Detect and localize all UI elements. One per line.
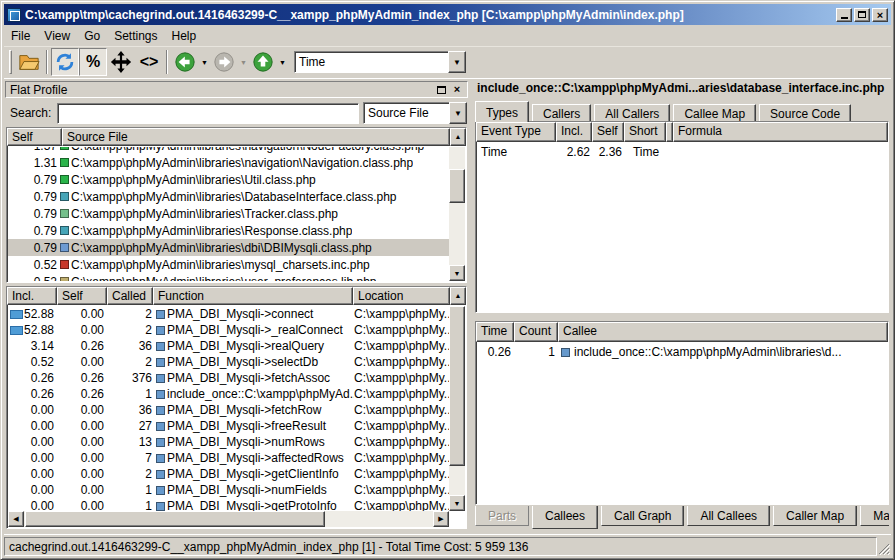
scrollbar-thumb[interactable]: [449, 306, 465, 466]
dock-close-button[interactable]: ×: [451, 84, 463, 95]
tab-parts[interactable]: Parts: [475, 506, 529, 526]
tab-all-callers[interactable]: All Callers: [594, 104, 670, 122]
column-header-callee[interactable]: Callee: [558, 322, 888, 342]
back-button[interactable]: [171, 48, 199, 76]
menu-item-view[interactable]: View: [37, 27, 77, 45]
function-row[interactable]: 0.000.0036PMA_DBI_Mysqli->fetchRowC:\xam…: [8, 402, 449, 418]
column-header-incl[interactable]: Incl.: [7, 287, 57, 305]
column-header-source-file[interactable]: Source File: [62, 128, 450, 146]
forward-button[interactable]: [210, 48, 238, 76]
function-row[interactable]: 0.000.001PMA_DBI_Mysqli->getProtoInfoC:\…: [8, 498, 449, 511]
group-by-selector[interactable]: Source File ▼: [363, 102, 467, 124]
open-file-button[interactable]: [15, 48, 43, 76]
scroll-up-icon[interactable]: ▲: [450, 287, 466, 305]
event-type-dropdown-button[interactable]: ▼: [448, 51, 466, 73]
function-name: PMA_DBI_Mysqli->selectDb: [167, 355, 318, 369]
scroll-down-icon[interactable]: ▼: [449, 495, 465, 511]
tab-callees[interactable]: Callees: [532, 506, 598, 529]
scrollbar-thumb[interactable]: [25, 511, 325, 527]
close-button[interactable]: ×: [872, 8, 888, 22]
function-row[interactable]: 52.880.002PMA_DBI_Mysqli->connectC:\xamp…: [8, 306, 449, 322]
function-row[interactable]: 52.880.002PMA_DBI_Mysqli->_realConnectC:…: [8, 322, 449, 338]
search-input[interactable]: [57, 103, 359, 124]
tab-all-callees[interactable]: All Callees: [687, 506, 770, 526]
table-row[interactable]: Time 2.62 2.36 Time: [477, 143, 887, 161]
called-cell: 36: [108, 403, 154, 417]
move-arrows-icon: [110, 51, 132, 73]
column-header-self[interactable]: Self: [57, 287, 107, 305]
group-by-dropdown-button[interactable]: ▼: [449, 102, 467, 124]
function-table-hscrollbar[interactable]: ◀ ▶: [8, 511, 449, 527]
cycle-grouping-button[interactable]: [51, 48, 79, 76]
tab-caller-map[interactable]: Caller Map: [773, 506, 857, 526]
source-table-vscrollbar[interactable]: ▼: [449, 147, 465, 281]
function-row[interactable]: 0.000.007PMA_DBI_Mysqli->affectedRowsC:\…: [8, 450, 449, 466]
source-file-row[interactable]: 0.52C:\xampp\phpMyAdmin\libraries\user_p…: [8, 273, 449, 281]
dock-title-bar[interactable]: Flat Profile ×: [5, 81, 468, 98]
function-row[interactable]: 0.520.002PMA_DBI_Mysqli->selectDbC:\xamp…: [8, 354, 449, 370]
up-dropdown[interactable]: ▼: [277, 48, 288, 76]
column-header-function[interactable]: Function: [153, 287, 353, 305]
column-header-formula[interactable]: Formula: [673, 122, 888, 142]
maximize-button[interactable]: [854, 8, 870, 22]
function-icon: [156, 438, 165, 447]
menu-item-file[interactable]: File: [4, 27, 37, 45]
source-file-row[interactable]: 0.52C:\xampp\phpMyAdmin\libraries\mysql_…: [8, 256, 449, 273]
scroll-left-icon[interactable]: ◀: [8, 511, 24, 527]
source-file-row[interactable]: 0.79C:\xampp\phpMyAdmin\libraries\Tracke…: [8, 205, 449, 222]
resize-grip[interactable]: [877, 537, 891, 556]
cost-bar-icon: [10, 326, 23, 335]
tab-types[interactable]: Types: [475, 101, 529, 122]
title-bar[interactable]: C:\xampp\tmp\cachegrind.out.1416463299-C…: [4, 4, 891, 25]
scrollbar-thumb[interactable]: [449, 169, 465, 203]
column-header-location[interactable]: Location: [353, 287, 450, 305]
source-file-row[interactable]: 0.79C:\xampp\phpMyAdmin\libraries\dbi\DB…: [8, 239, 449, 256]
table-row[interactable]: 0.26 1 include_once::C:\xampp\phpMyAdmin…: [477, 343, 887, 361]
source-file-row[interactable]: 1.31C:\xampp\phpMyAdmin\libraries\naviga…: [8, 154, 449, 171]
function-row[interactable]: 0.000.002PMA_DBI_Mysqli->getClientInfoC:…: [8, 466, 449, 482]
tab-source-code[interactable]: Source Code: [759, 104, 851, 122]
function-row[interactable]: 0.260.26376PMA_DBI_Mysqli->fetchAssocC:\…: [8, 370, 449, 386]
float-button[interactable]: [435, 84, 447, 95]
column-header-self[interactable]: Self: [592, 122, 624, 142]
scroll-up-icon[interactable]: ▲: [450, 128, 466, 146]
forward-dropdown[interactable]: ▼: [238, 48, 249, 76]
menu-item-help[interactable]: Help: [165, 27, 204, 45]
source-file-row[interactable]: 0.79C:\xampp\phpMyAdmin\libraries\Util.c…: [8, 171, 449, 188]
incl-cell: 0.00: [8, 467, 58, 481]
tab-call-graph[interactable]: Call Graph: [601, 506, 684, 526]
scroll-right-icon[interactable]: ▶: [433, 511, 449, 527]
back-dropdown[interactable]: ▼: [199, 48, 210, 76]
function-row[interactable]: 0.000.0013PMA_DBI_Mysqli->numRowsC:\xamp…: [8, 434, 449, 450]
source-file-row[interactable]: 1.57C:\xampp\phpMyAdmin\libraries\naviga…: [8, 147, 449, 154]
tab-machine[interactable]: Machine: [860, 506, 889, 526]
toolbar-handle[interactable]: [9, 50, 12, 74]
function-row[interactable]: 3.140.2636PMA_DBI_Mysqli->realQueryC:\xa…: [8, 338, 449, 354]
source-file-path: C:\xampp\phpMyAdmin\libraries\Response.c…: [71, 224, 352, 238]
up-button[interactable]: [249, 48, 277, 76]
menu-item-settings[interactable]: Settings: [107, 27, 164, 45]
column-header-self[interactable]: Self: [7, 128, 62, 146]
tab-callers[interactable]: Callers: [532, 104, 591, 122]
column-header-event-type[interactable]: Event Type: [476, 122, 556, 142]
minimize-button[interactable]: [836, 8, 852, 22]
expand-all-button[interactable]: [107, 48, 135, 76]
column-header-time[interactable]: Time: [476, 322, 514, 342]
column-header-incl[interactable]: Incl.: [556, 122, 592, 142]
function-row[interactable]: 0.000.0027PMA_DBI_Mysqli->freeResultC:\x…: [8, 418, 449, 434]
function-row[interactable]: 0.000.001PMA_DBI_Mysqli->numFieldsC:\xam…: [8, 482, 449, 498]
source-file-row[interactable]: 0.79C:\xampp\phpMyAdmin\libraries\Respon…: [8, 222, 449, 239]
source-file-row[interactable]: 0.79C:\xampp\phpMyAdmin\libraries\Databa…: [8, 188, 449, 205]
resize-grip-icon: [878, 543, 890, 555]
tab-callee-map[interactable]: Callee Map: [673, 104, 756, 122]
column-header-called[interactable]: Called: [107, 287, 153, 305]
event-type-selector[interactable]: Time ▼: [294, 51, 466, 73]
column-header-short[interactable]: Short: [624, 122, 666, 142]
column-header-count[interactable]: Count: [514, 322, 558, 342]
function-table-vscrollbar[interactable]: ▼: [449, 306, 465, 511]
relative-percent-button[interactable]: %: [79, 48, 107, 76]
expand-width-button[interactable]: <>: [135, 48, 163, 76]
scroll-down-icon[interactable]: ▼: [449, 265, 465, 281]
menu-item-go[interactable]: Go: [77, 27, 107, 45]
function-row[interactable]: 0.260.261include_once::C:\xampp\phpMyAd.…: [8, 386, 449, 402]
